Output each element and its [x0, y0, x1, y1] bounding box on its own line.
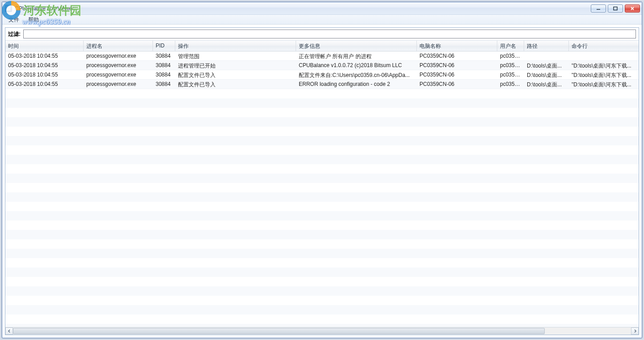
cell-path: D:\tools\桌面... [524, 61, 569, 70]
cell-more: 配置文件来自:C:\Users\pc0359.cn-06\AppDa... [296, 70, 417, 79]
cell-more: ERROR loading configuration - code 2 [296, 80, 417, 89]
cell-cmd [569, 51, 639, 60]
filter-input[interactable] [23, 30, 636, 38]
cell-action: 管理范围 [175, 51, 296, 60]
col-computer[interactable]: 电脑名称 [417, 41, 497, 51]
log-table: 时间 进程名 PID 操作 更多信息 电脑名称 用户名 路径 命令行 05-03… [5, 41, 639, 327]
filter-row: 过滤: [5, 28, 639, 41]
cell-process: processgovernor.exe [84, 51, 153, 60]
cell-process: processgovernor.exe [84, 70, 153, 79]
svg-rect-1 [614, 7, 617, 10]
cell-time: 05-03-2018 10:04:55 [5, 80, 84, 89]
cell-action: 进程管理已开始 [175, 61, 296, 70]
cell-more: 正在管理帐户 所有用户 的进程 [296, 51, 417, 60]
titlebar[interactable]: CPUBalance Log Viewer [2, 2, 642, 15]
horizontal-scrollbar[interactable] [5, 327, 639, 335]
cell-more: CPUBalance v1.0.0.72 (c)2018 Bitsum LLC [296, 61, 417, 70]
col-action[interactable]: 操作 [175, 41, 296, 51]
table-row[interactable]: 05-03-2018 10:04:55processgovernor.exe30… [5, 70, 639, 80]
cell-path: D:\tools\桌面... [524, 80, 569, 89]
cell-pid: 30884 [153, 61, 175, 70]
app-icon [5, 5, 12, 12]
table-header: 时间 进程名 PID 操作 更多信息 电脑名称 用户名 路径 命令行 [5, 41, 639, 51]
cell-pid: 30884 [153, 70, 175, 79]
scroll-left-button[interactable] [5, 327, 13, 335]
col-user[interactable]: 用户名 [497, 41, 524, 51]
maximize-button[interactable] [608, 4, 623, 13]
cell-process: processgovernor.exe [84, 61, 153, 70]
table-row[interactable]: 05-03-2018 10:04:55processgovernor.exe30… [5, 80, 639, 89]
col-more[interactable]: 更多信息 [296, 41, 417, 51]
cell-time: 05-03-2018 10:04:55 [5, 70, 84, 79]
cell-computer: PC0359CN-06 [417, 80, 497, 89]
cell-action: 配置文件已导入 [175, 80, 296, 89]
table-row[interactable]: 05-03-2018 10:04:55processgovernor.exe30… [5, 61, 639, 70]
scroll-right-button[interactable] [631, 327, 639, 335]
close-button[interactable] [625, 4, 640, 13]
cell-computer: PC0359CN-06 [417, 51, 497, 60]
window-controls [591, 4, 641, 13]
col-process[interactable]: 进程名 [84, 41, 153, 51]
cell-action: 配置文件已导入 [175, 70, 296, 79]
cell-path: D:\tools\桌面... [524, 70, 569, 79]
menu-file[interactable]: 文件 [4, 15, 24, 24]
cell-path [524, 51, 569, 60]
table-row[interactable]: 05-03-2018 10:04:55processgovernor.exe30… [5, 51, 639, 61]
col-path[interactable]: 路径 [524, 41, 569, 51]
table-body[interactable]: 05-03-2018 10:04:55processgovernor.exe30… [5, 51, 639, 327]
col-time[interactable]: 时间 [5, 41, 84, 51]
content-panel: 过滤: 时间 进程名 PID 操作 更多信息 电脑名称 用户名 路径 命令行 0… [5, 27, 639, 335]
cell-user: pc0359.c... [497, 80, 524, 89]
cell-cmd: "D:\tools\桌面\河东下载... [569, 61, 639, 70]
cell-computer: PC0359CN-06 [417, 61, 497, 70]
col-cmd[interactable]: 命令行 [569, 41, 639, 51]
cell-user: pc0359.c... [497, 70, 524, 79]
cell-time: 05-03-2018 10:04:55 [5, 61, 84, 70]
app-window: CPUBalance Log Viewer 文件 帮助 过滤: 时间 进程名 [2, 2, 642, 338]
minimize-button[interactable] [591, 4, 606, 13]
menubar: 文件 帮助 [2, 15, 642, 25]
cell-time: 05-03-2018 10:04:55 [5, 51, 84, 60]
cell-computer: PC0359CN-06 [417, 70, 497, 79]
cell-cmd: "D:\tools\桌面\河东下载... [569, 80, 639, 89]
col-pid[interactable]: PID [153, 41, 175, 51]
cell-process: processgovernor.exe [84, 80, 153, 89]
filter-label: 过滤: [8, 30, 21, 38]
cell-pid: 30884 [153, 80, 175, 89]
window-title: CPUBalance Log Viewer [15, 5, 74, 12]
menu-help[interactable]: 帮助 [24, 15, 43, 24]
scroll-track[interactable] [13, 327, 631, 335]
cell-cmd: "D:\tools\桌面\河东下载... [569, 70, 639, 79]
scroll-thumb[interactable] [13, 328, 545, 334]
cell-user: pc0359.c... [497, 51, 524, 60]
cell-user: pc0359.c... [497, 61, 524, 70]
cell-pid: 30884 [153, 51, 175, 60]
